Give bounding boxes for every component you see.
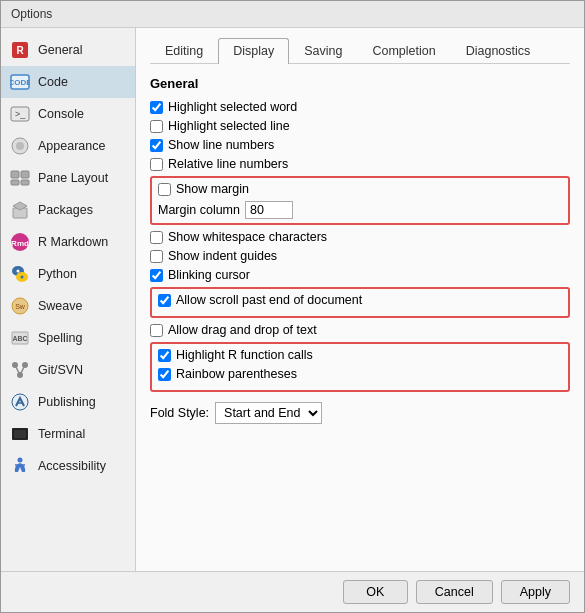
option-show-line-numbers: Show line numbers (150, 138, 570, 152)
apply-button[interactable]: Apply (501, 580, 570, 604)
sidebar-label-sweave: Sweave (38, 299, 82, 313)
accessibility-icon (9, 455, 31, 477)
sidebar-label-r-markdown: R Markdown (38, 235, 108, 249)
svg-text:Rmd: Rmd (11, 239, 29, 248)
options-dialog: Options R General CODE Code >_ (0, 0, 585, 613)
option-show-margin: Show margin (158, 182, 562, 196)
general-section: General Highlight selected word Highligh… (150, 76, 570, 424)
svg-text:>_: >_ (15, 109, 26, 119)
checkbox-show-whitespace[interactable] (150, 231, 163, 244)
appearance-icon (9, 135, 31, 157)
sidebar-label-packages: Packages (38, 203, 93, 217)
checkbox-show-line-numbers[interactable] (150, 139, 163, 152)
highlight-group: Highlight R function calls Rainbow paren… (150, 342, 570, 392)
sidebar-label-appearance: Appearance (38, 139, 105, 153)
packages-icon (9, 199, 31, 221)
content-area: R General CODE Code >_ Console (1, 28, 584, 571)
fold-style-select[interactable]: Start and End Start End (215, 402, 322, 424)
sidebar-label-spelling: Spelling (38, 331, 82, 345)
svg-rect-10 (11, 180, 19, 185)
svg-point-7 (16, 142, 24, 150)
sidebar-label-code: Code (38, 75, 68, 89)
title-bar: Options (1, 1, 584, 28)
svg-rect-9 (21, 171, 29, 178)
margin-column-row: Margin column (158, 201, 562, 219)
scroll-group: Allow scroll past end of document (150, 287, 570, 318)
sidebar-label-python: Python (38, 267, 77, 281)
margin-column-input[interactable] (245, 201, 293, 219)
svg-text:Sw: Sw (15, 303, 26, 310)
footer: OK Cancel Apply (1, 571, 584, 612)
sidebar-item-packages[interactable]: Packages (1, 194, 135, 226)
pane-layout-icon (9, 167, 31, 189)
ok-button[interactable]: OK (343, 580, 408, 604)
publishing-icon (9, 391, 31, 413)
checkbox-rainbow-parens[interactable] (158, 368, 171, 381)
fold-style-row: Fold Style: Start and End Start End (150, 402, 570, 424)
terminal-icon (9, 423, 31, 445)
sidebar-item-spelling[interactable]: ABC Spelling (1, 322, 135, 354)
checkbox-highlight-line[interactable] (150, 120, 163, 133)
svg-text:R: R (16, 45, 24, 56)
sidebar-item-appearance[interactable]: Appearance (1, 130, 135, 162)
sidebar-item-accessibility[interactable]: Accessibility (1, 450, 135, 482)
checkbox-show-indent[interactable] (150, 250, 163, 263)
sidebar-item-git-svn[interactable]: Git/SVN (1, 354, 135, 386)
sidebar-item-code[interactable]: CODE Code (1, 66, 135, 98)
tab-saving[interactable]: Saving (289, 38, 357, 63)
checkbox-highlight-word[interactable] (150, 101, 163, 114)
checkbox-blinking-cursor[interactable] (150, 269, 163, 282)
sidebar-item-console[interactable]: >_ Console (1, 98, 135, 130)
sidebar-item-publishing[interactable]: Publishing (1, 386, 135, 418)
cancel-button[interactable]: Cancel (416, 580, 493, 604)
tab-diagnostics[interactable]: Diagnostics (451, 38, 546, 63)
sidebar-label-console: Console (38, 107, 84, 121)
sidebar-item-terminal[interactable]: Terminal (1, 418, 135, 450)
code-icon: CODE (9, 71, 31, 93)
checkbox-drag-drop[interactable] (150, 324, 163, 337)
option-rainbow-parens: Rainbow parentheses (158, 367, 562, 381)
sidebar-label-general: General (38, 43, 82, 57)
checkbox-show-margin[interactable] (158, 183, 171, 196)
checkbox-highlight-r[interactable] (158, 349, 171, 362)
checkbox-allow-scroll[interactable] (158, 294, 171, 307)
svg-text:CODE: CODE (10, 78, 30, 87)
general-section-title: General (150, 76, 570, 91)
svg-rect-32 (14, 430, 26, 438)
sidebar-item-general[interactable]: R General (1, 34, 135, 66)
python-icon (9, 263, 31, 285)
option-relative-line-numbers: Relative line numbers (150, 157, 570, 171)
option-highlight-r: Highlight R function calls (158, 348, 562, 362)
r-markdown-icon: Rmd (9, 231, 31, 253)
git-svn-icon (9, 359, 31, 381)
tab-display[interactable]: Display (218, 38, 289, 64)
option-allow-scroll: Allow scroll past end of document (158, 293, 562, 307)
sidebar-label-accessibility: Accessibility (38, 459, 106, 473)
sidebar: R General CODE Code >_ Console (1, 28, 136, 571)
console-icon: >_ (9, 103, 31, 125)
margin-group: Show margin Margin column (150, 176, 570, 225)
sidebar-item-sweave[interactable]: Sw Sweave (1, 290, 135, 322)
margin-column-label: Margin column (158, 203, 240, 217)
option-blinking-cursor: Blinking cursor (150, 268, 570, 282)
tabs-bar: Editing Display Saving Completion Diagno… (150, 38, 570, 64)
svg-rect-8 (11, 171, 19, 178)
option-highlight-word: Highlight selected word (150, 100, 570, 114)
sidebar-label-pane-layout: Pane Layout (38, 171, 108, 185)
main-panel: Editing Display Saving Completion Diagno… (136, 28, 584, 571)
option-highlight-line: Highlight selected line (150, 119, 570, 133)
tab-completion[interactable]: Completion (357, 38, 450, 63)
option-show-whitespace: Show whitespace characters (150, 230, 570, 244)
sidebar-item-r-markdown[interactable]: Rmd R Markdown (1, 226, 135, 258)
sidebar-label-git-svn: Git/SVN (38, 363, 83, 377)
spelling-icon: ABC (9, 327, 31, 349)
sidebar-label-terminal: Terminal (38, 427, 85, 441)
tab-editing[interactable]: Editing (150, 38, 218, 63)
sidebar-item-pane-layout[interactable]: Pane Layout (1, 162, 135, 194)
checkbox-relative-line-numbers[interactable] (150, 158, 163, 171)
option-drag-drop: Allow drag and drop of text (150, 323, 570, 337)
sweave-icon: Sw (9, 295, 31, 317)
sidebar-item-python[interactable]: Python (1, 258, 135, 290)
svg-point-19 (21, 276, 24, 279)
sidebar-label-publishing: Publishing (38, 395, 96, 409)
